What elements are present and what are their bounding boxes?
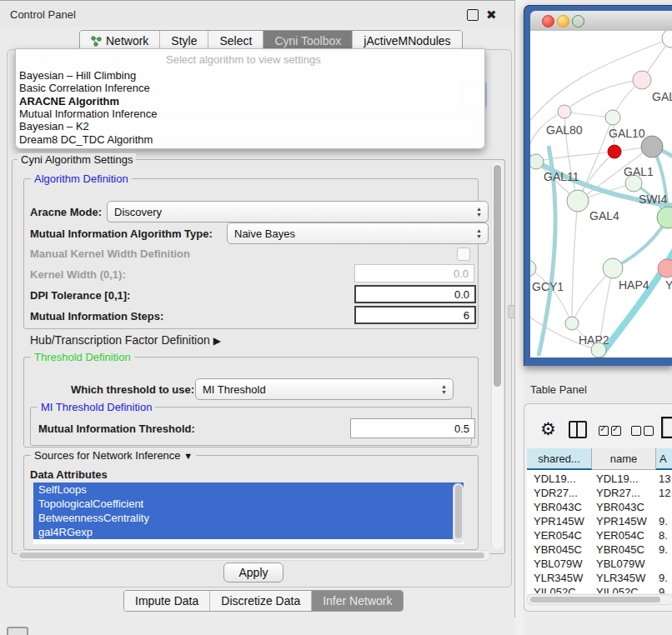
settings-scrollbar-track[interactable]: [491, 162, 503, 549]
tab-infer-network[interactable]: Infer Network: [312, 591, 403, 611]
network-node-top-partial[interactable]: [662, 31, 672, 48]
hub-definition-toggle[interactable]: Hub/Transcription Factor Definition ▶: [30, 333, 221, 347]
table-cell: YDR27...: [534, 486, 589, 500]
tab-cyni-toolbox-label: Cyni Toolbox: [274, 34, 341, 48]
attribute-list-item[interactable]: TopologicalCoefficient: [33, 497, 464, 511]
network-icon: [91, 36, 102, 47]
table-row[interactable]: YPR145WYPR145W9.: [527, 514, 672, 528]
algorithm-placeholder: Select algorithm to view settings: [166, 53, 321, 66]
column-header-partial[interactable]: A: [656, 448, 672, 470]
settings-hscrollbar-track[interactable]: [17, 550, 490, 561]
table-row[interactable]: YIL052CYIL052C9: [527, 585, 672, 593]
network-node-pink-right[interactable]: [658, 259, 672, 278]
table-row[interactable]: YBR043CYBR043C: [527, 500, 672, 514]
table-cell: YIL052C: [596, 585, 654, 593]
table-hscrollbar-track[interactable]: [527, 594, 672, 605]
table-cell: YBL079W: [534, 557, 589, 571]
network-window-titlebar[interactable]: [530, 11, 672, 32]
float-window-icon[interactable]: [467, 9, 479, 21]
table-cell: YBR045C: [534, 542, 589, 557]
settings-hscrollbar-thumb[interactable]: [19, 552, 484, 558]
network-node-gal-pink[interactable]: [633, 71, 651, 89]
algorithm-option[interactable]: Basic Correlation Inference: [19, 82, 150, 94]
algorithm-option[interactable]: Bayesian – Hill Climbing: [19, 69, 136, 82]
attribute-list-item[interactable]: gal4RGexp: [33, 525, 464, 539]
table-cell: YBR045C: [596, 542, 654, 557]
tab-network-label: Network: [106, 34, 148, 48]
mi-steps-label: Mutual Information Steps:: [30, 310, 163, 322]
apply-button[interactable]: Apply: [223, 562, 283, 582]
algorithm-option[interactable]: Bayesian – K2: [19, 120, 89, 132]
network-graph: GALGAL80GAL10GAL1GAL11SWI4GAL4GCY1HAP4YH…: [530, 31, 672, 358]
algorithm-option[interactable]: Dream8 DC_TDC Algorithm: [19, 133, 153, 146]
network-node-gal4[interactable]: [567, 190, 589, 212]
cyni-algorithm-settings-title: Cyni Algorithm Settings: [18, 153, 136, 166]
table-hscrollbar-thumb[interactable]: [530, 597, 660, 602]
bottom-tabs: Impute Data Discretize Data Infer Networ…: [123, 590, 404, 612]
table-row[interactable]: YBR045CYBR045C9.: [527, 542, 672, 557]
column-header-name[interactable]: name: [592, 448, 656, 470]
manual-kernel-width-label: Manual Kernel Width Definition: [30, 248, 190, 260]
network-node-hap2[interactable]: [565, 317, 579, 330]
table-row[interactable]: YDL19...YDL19...13: [527, 472, 672, 486]
settings-scrollbar-thumb[interactable]: [494, 165, 501, 387]
network-canvas[interactable]: GALGAL80GAL10GAL1GAL11SWI4GAL4GCY1HAP4YH…: [530, 31, 672, 358]
network-node-gal80[interactable]: [558, 105, 571, 118]
network-node-bottom-partial[interactable]: [591, 342, 606, 358]
network-edge[interactable]: [572, 201, 578, 323]
unchecked-boxes-icon[interactable]: [631, 424, 656, 439]
network-node-red-node[interactable]: [608, 145, 621, 158]
network-node-hap4[interactable]: [603, 258, 623, 278]
table-cell: YPR145W: [534, 514, 589, 528]
mi-threshold-definition-title: MI Threshold Definition: [38, 401, 155, 413]
table-row[interactable]: YLR345WYLR345W9.: [527, 571, 672, 585]
tab-discretize-data[interactable]: Discretize Data: [210, 591, 312, 611]
attributes-scrollbar-track[interactable]: [453, 483, 464, 543]
node-label-gal80: GAL80: [546, 123, 583, 137]
node-label-hap4: HAP4: [619, 278, 649, 292]
dpi-tolerance-field[interactable]: 0.0: [354, 285, 476, 303]
minimized-panel-fragment[interactable]: [7, 627, 28, 635]
tab-impute-data[interactable]: Impute Data: [124, 591, 210, 611]
split-columns-icon[interactable]: [569, 421, 587, 438]
close-icon[interactable]: ✖: [486, 8, 497, 22]
network-edge[interactable]: [564, 80, 642, 112]
table-cell: YLR345W: [596, 571, 654, 585]
network-node-gal10[interactable]: [605, 110, 620, 125]
sources-toggle[interactable]: Sources for Network Inference ▼: [31, 449, 196, 462]
table-cell: YPR145W: [596, 514, 654, 528]
aracne-mode-select[interactable]: Discovery ▲▼: [107, 201, 489, 222]
mi-threshold-field[interactable]: 0.5: [350, 418, 475, 438]
algorithm-dropdown-popup: Select algorithm to view settings Bayesi…: [15, 48, 485, 149]
mi-algorithm-type-select[interactable]: Naive Bayes ▲▼: [227, 222, 489, 244]
gear-icon[interactable]: ⚙: [540, 419, 556, 439]
table-row[interactable]: YER054CYER054C8.: [527, 528, 672, 542]
table-cell: 13: [659, 472, 672, 486]
close-traffic-light-icon[interactable]: [542, 15, 554, 28]
table-row[interactable]: YDR27...YDR27...12: [527, 486, 672, 500]
split-pane-handle[interactable]: [508, 305, 515, 318]
tab-style-label: Style: [171, 34, 197, 48]
minimize-traffic-light-icon[interactable]: [557, 15, 569, 28]
table-row[interactable]: YBL079WYBL079W: [527, 557, 672, 571]
screenshot-stage: Control Panel ✖ Network Style Select Cyn…: [0, 0, 672, 635]
algorithm-option[interactable]: ARACNE Algorithm: [19, 95, 119, 108]
dpi-tolerance-label: DPI Tolerance [0,1]:: [30, 289, 130, 302]
document-icon[interactable]: [661, 417, 672, 438]
attributes-scrollbar-thumb[interactable]: [455, 485, 462, 538]
attribute-list-item[interactable]: BetweennessCentrality: [33, 511, 464, 525]
network-node-gal11[interactable]: [530, 154, 544, 169]
mi-steps-field[interactable]: 6: [354, 306, 476, 324]
algorithm-option[interactable]: Mutual Information Inference: [19, 108, 157, 120]
attribute-list-item[interactable]: SelfLoops: [33, 482, 464, 497]
checked-boxes-icon[interactable]: [599, 424, 624, 439]
network-node-swi4[interactable]: [657, 207, 672, 228]
column-header-shared-name[interactable]: shared...: [527, 448, 592, 470]
manual-kernel-width-checkbox[interactable]: [457, 248, 470, 261]
control-panel-window: Control Panel ✖ Network Style Select Cyn…: [0, 0, 515, 618]
which-threshold-select[interactable]: MI Threshold ▲▼: [195, 378, 454, 400]
zoom-traffic-light-icon[interactable]: [572, 15, 584, 28]
network-node-gray-node[interactable]: [641, 136, 663, 158]
tab-discretize-data-label: Discretize Data: [221, 594, 300, 608]
network-node-gcy1[interactable]: [530, 260, 536, 277]
